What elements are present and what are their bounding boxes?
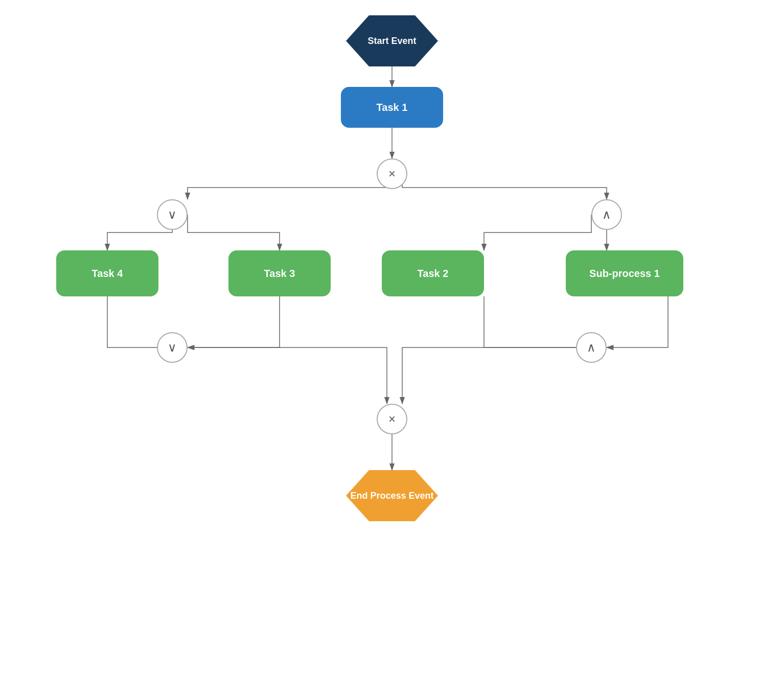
task1-label: Task 1 xyxy=(377,102,408,113)
gateway-mid-bot-symbol: × xyxy=(388,412,396,426)
end-event-label: End Process Event xyxy=(350,491,433,501)
start-event-node: Start Event xyxy=(346,15,438,66)
task2-node: Task 2 xyxy=(382,250,484,296)
diagram-container: Start Event Task 1 × ∨ ∧ Task 4 Task 3 T… xyxy=(0,0,784,697)
gateway-left-bot-symbol: ∨ xyxy=(168,340,177,355)
gateway-left-bot-node: ∨ xyxy=(157,332,188,363)
gateway-top-symbol: × xyxy=(388,167,396,181)
task4-node: Task 4 xyxy=(56,250,158,296)
start-event-label: Start Event xyxy=(367,36,416,47)
gateway-mid-bot-node: × xyxy=(377,404,407,434)
gateway-right-top-node: ∧ xyxy=(591,199,622,230)
gateway-right-bot-node: ∧ xyxy=(576,332,607,363)
gateway-left-top-symbol: ∨ xyxy=(168,207,177,222)
subprocess1-label: Sub-process 1 xyxy=(589,268,660,280)
gateway-right-top-symbol: ∧ xyxy=(602,207,611,222)
gateway-top-node: × xyxy=(377,158,407,189)
task3-label: Task 3 xyxy=(264,268,295,280)
gateway-right-bot-symbol: ∧ xyxy=(587,340,596,355)
task3-node: Task 3 xyxy=(228,250,331,296)
subprocess1-node: Sub-process 1 xyxy=(566,250,683,296)
end-event-node: End Process Event xyxy=(346,470,438,521)
task1-node: Task 1 xyxy=(341,87,443,128)
task4-label: Task 4 xyxy=(92,268,123,280)
gateway-left-top-node: ∨ xyxy=(157,199,188,230)
task2-label: Task 2 xyxy=(418,268,449,280)
